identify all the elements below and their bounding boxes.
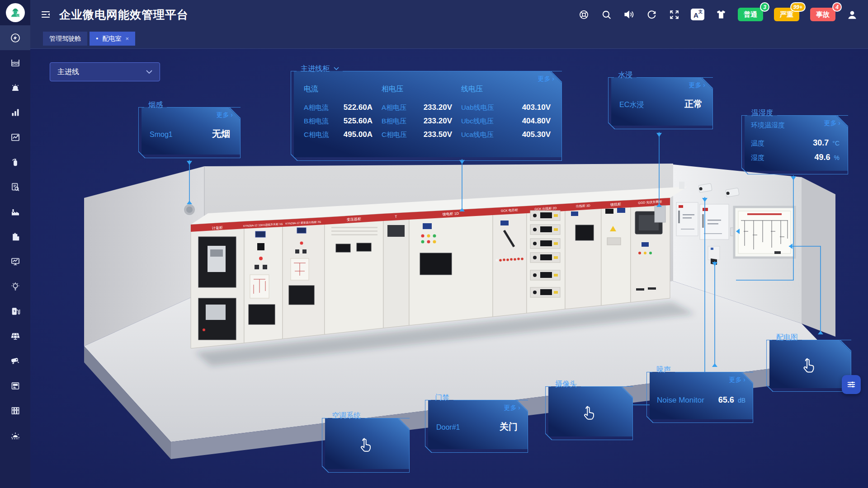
user-avatar-icon[interactable] bbox=[846, 9, 858, 20]
badge-label: 事故 bbox=[816, 10, 830, 19]
column-header: 电流 bbox=[304, 84, 373, 94]
chevron-down-icon bbox=[146, 70, 152, 74]
panel-title: 空调系统 bbox=[328, 411, 365, 420]
sidebar-item-fire-extinguisher[interactable] bbox=[0, 150, 30, 174]
more-link[interactable]: 更多 › bbox=[216, 111, 233, 119]
sensor-row: Smog1无烟 bbox=[150, 128, 230, 140]
badge-count: 99+ bbox=[790, 2, 806, 12]
tab-close-icon[interactable]: × bbox=[125, 35, 129, 42]
header-actions: A文 普通 3 严重 99+ 事故 4 bbox=[578, 8, 868, 21]
sensor-row: 温度 30.7°C bbox=[751, 138, 840, 148]
page-title: 企业微电网能效管理平台 bbox=[59, 7, 189, 22]
sensor-row: 湿度 49.6% bbox=[751, 153, 840, 162]
sidebar-item-cctv-camera[interactable] bbox=[0, 348, 30, 373]
tab-dashboard[interactable]: 管理驾驶舱 bbox=[43, 32, 87, 46]
theme-shirt-icon[interactable] bbox=[715, 9, 727, 20]
worker-logo-icon bbox=[6, 3, 25, 22]
sidebar-item-light-bulb[interactable] bbox=[0, 274, 30, 299]
badge-label: 严重 bbox=[780, 10, 793, 19]
sidebar-item-line-chart[interactable] bbox=[0, 125, 30, 150]
volume-icon[interactable] bbox=[623, 9, 635, 20]
sensor-row: EC水浸正常 bbox=[619, 98, 703, 110]
menu-collapse-icon[interactable] bbox=[40, 9, 51, 20]
more-link[interactable]: 更多 › bbox=[729, 376, 745, 384]
badge-label: 普通 bbox=[744, 10, 757, 19]
more-link[interactable]: 更多 › bbox=[504, 404, 520, 412]
panel-title: 配电图 bbox=[772, 333, 802, 342]
panel-title: 主进线柜 bbox=[297, 64, 334, 73]
panel-title: 门禁 bbox=[431, 393, 453, 402]
sidebar-item-inspection-card[interactable] bbox=[0, 174, 30, 199]
help-lifebuoy-icon[interactable] bbox=[578, 9, 590, 20]
panel-smoke: 烟感 更多 › Smog1无烟 bbox=[138, 99, 241, 158]
sidebar-item-alarm-siren[interactable] bbox=[0, 75, 30, 100]
panel-main-cabinet: 主进线柜 更多 › 电流 A相电流522.60A B相电流525.60A C相电… bbox=[291, 63, 562, 161]
column-header: 相电压 bbox=[382, 84, 452, 94]
more-link[interactable]: 更多 › bbox=[824, 119, 840, 127]
scene-canvas[interactable]: 计量柜 KYN28A-12 10KV进线开关柜 1G KYN28A-12 避雷器… bbox=[30, 49, 868, 488]
column-header: 线电压 bbox=[461, 84, 551, 94]
more-link[interactable]: 更多 › bbox=[689, 81, 705, 89]
chevron-down-icon[interactable] bbox=[334, 67, 339, 70]
badge-count: 4 bbox=[832, 2, 842, 12]
panel-title: 烟感 bbox=[144, 100, 167, 109]
panel-camera[interactable]: 摄像头 bbox=[545, 379, 633, 440]
active-dot-icon: ● bbox=[96, 37, 98, 41]
sidebar-item-sunrise[interactable] bbox=[0, 423, 30, 448]
fullscreen-icon[interactable] bbox=[668, 9, 680, 20]
sidebar-item-monitor-chart[interactable] bbox=[0, 249, 30, 274]
search-icon[interactable] bbox=[600, 9, 612, 20]
sidebar bbox=[0, 0, 30, 488]
panel-water: 水浸 更多 › EC水浸正常 bbox=[608, 70, 713, 129]
sidebar-item-ev-charger[interactable] bbox=[0, 299, 30, 324]
app-window: 企业微电网能效管理平台 A文 普通 3 bbox=[0, 0, 868, 488]
sidebar-nav bbox=[0, 25, 30, 448]
alarm-badge-accident[interactable]: 事故 4 bbox=[810, 8, 835, 21]
sidebar-item-bar-chart[interactable] bbox=[0, 100, 30, 125]
panel-temp-humidity: 温湿度 更多 › 环境温湿度 温度 30.7°C 湿度 49.6% bbox=[741, 108, 848, 174]
line-selector-value: 主进线 bbox=[57, 67, 79, 77]
sidebar-item-wave-monitor[interactable] bbox=[0, 50, 30, 75]
click-hand-icon bbox=[799, 356, 818, 375]
refresh-icon[interactable] bbox=[646, 9, 657, 20]
panel-noise: 噪声 更多 › Noise Monitor 65.6dB bbox=[646, 364, 753, 423]
header: 企业微电网能效管理平台 A文 普通 3 bbox=[30, 0, 868, 29]
panel-title: 温湿度 bbox=[747, 108, 777, 117]
badge-count: 3 bbox=[760, 2, 769, 12]
tab-power-room[interactable]: ● 配电室 × bbox=[90, 32, 135, 46]
alarm-badge-normal[interactable]: 普通 3 bbox=[738, 8, 763, 21]
panel-title: 水浸 bbox=[614, 70, 637, 80]
sidebar-item-factory[interactable] bbox=[0, 199, 30, 224]
layer-control-button[interactable] bbox=[842, 375, 861, 394]
panel-title: 摄像头 bbox=[551, 380, 581, 389]
sidebar-item-solar-panel[interactable] bbox=[0, 324, 30, 348]
panel-hvac[interactable]: 空调系统 bbox=[322, 410, 410, 473]
panel-title: 噪声 bbox=[652, 365, 675, 374]
more-link[interactable]: 更多 › bbox=[538, 75, 554, 83]
alarm-badge-severe[interactable]: 严重 99+ bbox=[774, 8, 799, 21]
tabbar: 管理驾驶舱 ● 配电室 × bbox=[30, 29, 868, 49]
panel-distribution-diagram[interactable]: 配电图 bbox=[766, 332, 851, 392]
sliders-icon bbox=[846, 380, 856, 389]
sensor-row: Door#1关门 bbox=[436, 421, 518, 433]
sidebar-item-archive-binders[interactable] bbox=[0, 398, 30, 423]
sidebar-item-meter-panel[interactable] bbox=[0, 373, 30, 398]
line-selector-dropdown[interactable]: 主进线 bbox=[50, 62, 160, 81]
app-logo bbox=[0, 0, 30, 25]
click-hand-icon bbox=[580, 404, 598, 422]
sidebar-item-hospital-building[interactable] bbox=[0, 224, 30, 249]
sidebar-item-energy-bolt[interactable] bbox=[0, 25, 30, 50]
translate-icon[interactable]: A文 bbox=[691, 9, 704, 20]
sensor-row: Noise Monitor 65.6dB bbox=[657, 395, 745, 405]
click-hand-icon bbox=[357, 436, 375, 454]
panel-door: 门禁 更多 › Door#1关门 bbox=[425, 392, 528, 453]
